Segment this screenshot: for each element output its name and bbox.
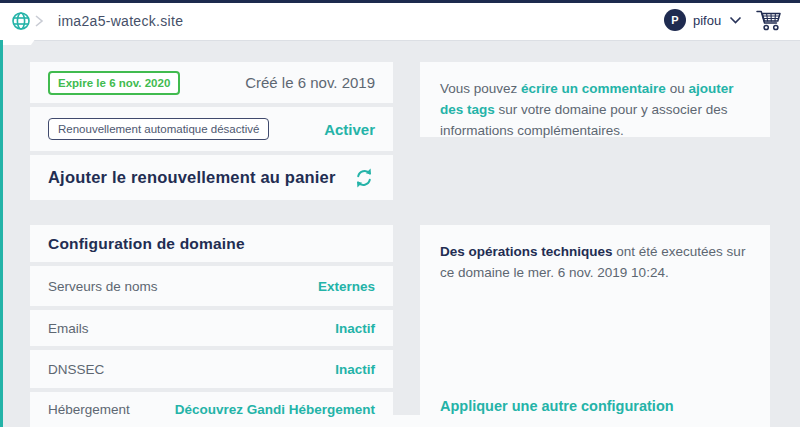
comment-tags-card: Vous pouvez écrire un commentaire ou ajo… (420, 62, 770, 137)
config-row-nameservers: Serveurs de noms Externes (30, 266, 393, 306)
refresh-icon (353, 167, 375, 189)
globe-icon[interactable] (11, 11, 31, 31)
write-comment-link[interactable]: écrire un commentaire (521, 81, 666, 96)
operations-text: Des opérations techniques ont été execut… (420, 225, 770, 284)
note-text: ou (666, 81, 689, 96)
active-nav-accent (0, 40, 3, 427)
add-renewal-to-cart-row[interactable]: Ajouter le renouvellement au panier (30, 155, 393, 200)
config-card-header: Configuration de domaine (30, 225, 393, 262)
row-label: DNSSEC (48, 362, 104, 377)
user-menu-name[interactable]: pifou (693, 13, 721, 28)
row-value-link[interactable]: Inactif (335, 321, 375, 336)
apply-configuration-link[interactable]: Appliquer une autre configuration (440, 398, 674, 414)
row-value-link[interactable]: Inactif (335, 362, 375, 377)
shopping-cart-icon[interactable] (754, 7, 784, 34)
comment-tags-text: Vous pouvez écrire un commentaire ou ajo… (420, 62, 770, 142)
domain-admin-page: ima2a5-wateck.site P pifou (0, 0, 800, 427)
partial-card-below (393, 415, 426, 427)
operations-highlight: Des opérations techniques (440, 244, 613, 259)
row-value-link[interactable]: Externes (318, 279, 375, 294)
technical-operations-card: Des opérations techniques ont été execut… (420, 225, 770, 427)
config-row-dnssec: DNSSEC Inactif (30, 350, 393, 388)
config-row-emails: Emails Inactif (30, 310, 393, 346)
created-date-label: Créé le 6 nov. 2019 (245, 74, 375, 91)
chevron-right-icon (34, 14, 44, 28)
config-card-title: Configuration de domaine (48, 235, 245, 253)
expiry-row: Expire le 6 nov. 2020 Créé le 6 nov. 201… (30, 62, 393, 103)
row-label: Hébergement (48, 402, 130, 417)
row-label: Serveurs de noms (48, 279, 158, 294)
note-text: Vous pouvez (440, 81, 521, 96)
add-renewal-label: Ajouter le renouvellement au panier (48, 168, 336, 187)
chevron-down-icon[interactable] (729, 16, 742, 25)
config-row-hosting: Hébergement Découvrez Gandi Hébergement (30, 392, 393, 427)
activate-autorenew-link[interactable]: Activer (324, 121, 375, 138)
expire-badge: Expire le 6 nov. 2020 (48, 71, 180, 95)
autorenew-row: Renouvellement automatique désactivé Act… (30, 107, 393, 151)
breadcrumb-domain-name: ima2a5-wateck.site (58, 13, 183, 29)
user-avatar[interactable]: P (664, 9, 686, 31)
autorenew-status-badge: Renouvellement automatique désactivé (48, 118, 269, 140)
row-label: Emails (48, 321, 89, 336)
row-value-link[interactable]: Découvrez Gandi Hébergement (175, 402, 375, 417)
